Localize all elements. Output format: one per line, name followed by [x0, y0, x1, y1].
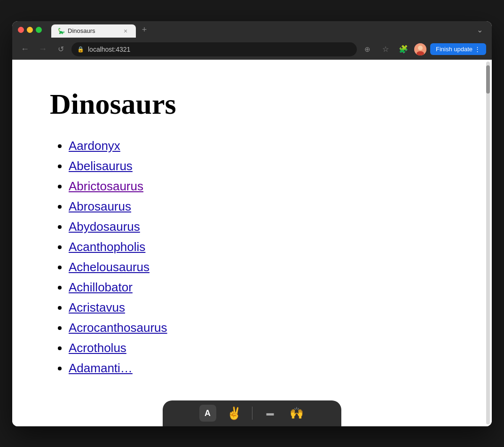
list-item: Acanthopholis	[69, 240, 454, 254]
list-item: Achelousaurus	[69, 260, 454, 274]
page-title: Dinosaurs	[50, 88, 454, 120]
list-item: Acristavus	[69, 300, 454, 315]
list-item: Abrosaurus	[69, 199, 454, 214]
dino-link-acrotholus[interactable]: Acrotholus	[69, 341, 126, 355]
dock-separator	[252, 407, 252, 420]
tab-favicon-icon: 🦕	[58, 28, 65, 34]
extensions-button[interactable]: 🧩	[396, 42, 410, 56]
tab-menu-button[interactable]: ⌄	[473, 24, 486, 37]
finish-update-label: Finish update	[436, 46, 472, 53]
dino-link-abrosaurus[interactable]: Abrosaurus	[69, 199, 131, 213]
svg-point-1	[418, 46, 423, 50]
dock-item-menu[interactable]: ▬	[262, 405, 279, 422]
dino-link-acrocanthosaurus[interactable]: Acrocanthosaurus	[69, 321, 167, 335]
nav-actions: ⊕ ☆ 🧩 Finish update ⋮	[361, 42, 486, 56]
tab-title: Dinosaurs	[68, 27, 119, 34]
maximize-button[interactable]	[36, 27, 42, 33]
dino-link-abrictosaurus[interactable]: Abrictosaurus	[69, 179, 143, 193]
dino-link-abydosaurus[interactable]: Abydosaurus	[69, 220, 140, 234]
dino-link-achelousaurus[interactable]: Achelousaurus	[69, 260, 150, 274]
list-item: Abrictosaurus	[69, 179, 454, 194]
minimize-button[interactable]	[27, 27, 33, 33]
more-options-icon: ⋮	[474, 46, 480, 53]
list-item: Abelisaurus	[69, 159, 454, 173]
list-item: Aardonyx	[69, 139, 454, 153]
active-tab[interactable]: 🦕 Dinosaurs ×	[51, 24, 136, 38]
bookmark-button[interactable]: ☆	[378, 42, 393, 56]
close-button[interactable]	[18, 27, 24, 33]
tab-close-button[interactable]: ×	[122, 27, 129, 35]
title-bar: 🦕 Dinosaurs × + ⌄	[12, 21, 492, 39]
new-tab-button[interactable]: +	[138, 24, 151, 37]
traffic-lights	[18, 27, 42, 33]
taskbar-overlay: A ✌️ ▬ 🙌	[163, 400, 341, 426]
dino-link-adamanti[interactable]: Adamanti…	[69, 361, 133, 375]
address-text: localhost:4321	[88, 46, 351, 53]
dino-link-achillobator[interactable]: Achillobator	[69, 280, 133, 294]
zoom-button[interactable]: ⊕	[361, 42, 375, 56]
dock-item-peace[interactable]: ✌️	[226, 405, 243, 422]
scrollbar-thumb[interactable]	[486, 65, 490, 94]
dino-link-aardonyx[interactable]: Aardonyx	[69, 139, 120, 153]
scrollbar[interactable]	[486, 62, 490, 424]
dinosaur-list: Aardonyx Abelisaurus Abrictosaurus Abros…	[50, 139, 454, 376]
dino-link-acristavus[interactable]: Acristavus	[69, 300, 125, 314]
list-item: Achillobator	[69, 280, 454, 295]
nav-bar: ← → ↺ 🔒 localhost:4321 ⊕ ☆ 🧩 Finish upda…	[12, 39, 492, 60]
page-content: Dinosaurs Aardonyx Abelisaurus Abrictosa…	[12, 60, 492, 426]
forward-button[interactable]: →	[36, 42, 50, 56]
dino-link-acanthopholis[interactable]: Acanthopholis	[69, 240, 145, 254]
profile-avatar[interactable]	[414, 43, 426, 55]
list-item: Abydosaurus	[69, 220, 454, 234]
browser-window: 🦕 Dinosaurs × + ⌄ ← → ↺ 🔒 localhost:4321…	[12, 21, 492, 426]
dock-item-hands[interactable]: 🙌	[288, 405, 305, 422]
list-item: Acrocanthosaurus	[69, 321, 454, 335]
dino-link-abelisaurus[interactable]: Abelisaurus	[69, 159, 133, 173]
lock-icon: 🔒	[77, 46, 84, 53]
reload-button[interactable]: ↺	[54, 42, 68, 56]
dock-item-a[interactable]: A	[199, 405, 216, 422]
list-item: Adamanti…	[69, 361, 454, 376]
page-wrapper: Dinosaurs Aardonyx Abelisaurus Abrictosa…	[12, 60, 492, 426]
back-button[interactable]: ←	[18, 42, 32, 56]
address-bar[interactable]: 🔒 localhost:4321	[71, 42, 357, 56]
list-item: Acrotholus	[69, 341, 454, 355]
tab-bar: 🦕 Dinosaurs × + ⌄	[51, 24, 486, 37]
finish-update-button[interactable]: Finish update ⋮	[430, 43, 486, 55]
